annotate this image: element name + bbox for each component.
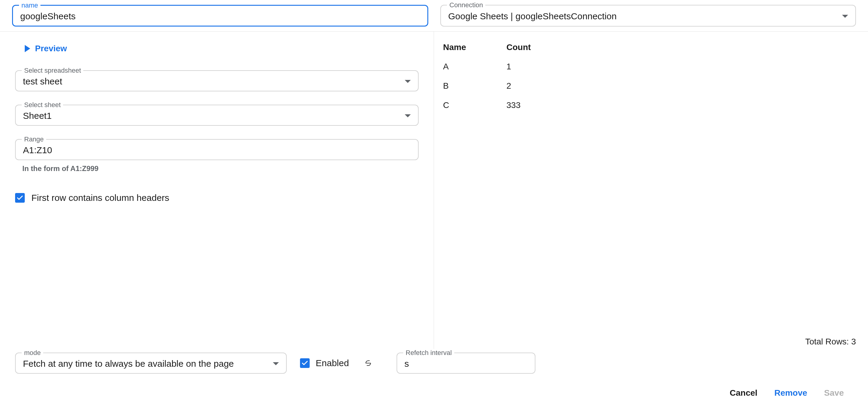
name-label: name — [19, 1, 40, 9]
preview-table: Name Count A 1 B 2 C 333 — [443, 38, 856, 115]
total-rows: Total Rows: 3 — [443, 337, 856, 350]
sheet-label: Select sheet — [22, 101, 63, 109]
play-icon — [25, 45, 30, 52]
check-icon — [16, 194, 24, 201]
spreadsheet-field[interactable]: Select spreadsheet test sheet — [15, 70, 418, 91]
range-input[interactable] — [23, 145, 411, 155]
config-pane: Preview Select spreadsheet test sheet Se… — [0, 32, 434, 350]
name-input[interactable] — [20, 11, 420, 22]
preview-pane: Name Count A 1 B 2 C 333 Total Rows: 3 — [434, 32, 868, 350]
chevron-down-icon — [405, 80, 411, 83]
check-icon — [301, 359, 308, 367]
refetch-interval-label: Refetch interval — [403, 349, 454, 357]
preview-label: Preview — [35, 44, 67, 53]
preview-button[interactable]: Preview — [15, 44, 418, 53]
refetch-interval-field[interactable]: Refetch interval — [397, 353, 535, 374]
cell-count: 1 — [506, 62, 856, 71]
link-icon[interactable] — [362, 359, 374, 368]
cell-name: C — [443, 100, 506, 110]
save-button: Save — [824, 388, 844, 398]
table-header-row: Name Count — [443, 38, 856, 57]
range-helper: In the form of A1:Z999 — [22, 164, 418, 173]
connection-label: Connection — [447, 1, 485, 9]
sheet-field[interactable]: Select sheet Sheet1 — [15, 105, 418, 126]
name-field[interactable]: name — [12, 5, 428, 27]
spreadsheet-label: Select spreadsheet — [22, 67, 83, 74]
sheet-value: Sheet1 — [23, 111, 401, 121]
chevron-down-icon — [273, 362, 279, 365]
range-field[interactable]: Range — [15, 139, 418, 160]
enabled-label: Enabled — [316, 358, 349, 368]
connection-value: Google Sheets | googleSheetsConnection — [448, 11, 838, 22]
cell-count: 333 — [506, 100, 856, 110]
connection-field[interactable]: Connection Google Sheets | googleSheetsC… — [440, 5, 856, 27]
cell-name: A — [443, 62, 506, 71]
cell-count: 2 — [506, 81, 856, 91]
remove-button[interactable]: Remove — [774, 388, 807, 398]
enabled-checkbox[interactable] — [300, 358, 310, 368]
chevron-down-icon — [405, 114, 411, 117]
mode-label: mode — [22, 349, 43, 357]
first-row-headers-checkbox[interactable] — [15, 193, 25, 203]
cancel-button[interactable]: Cancel — [730, 388, 757, 398]
table-row: A 1 — [443, 57, 856, 76]
chevron-down-icon — [842, 15, 848, 18]
table-row: B 2 — [443, 76, 856, 96]
col-header-count: Count — [506, 42, 856, 52]
first-row-headers-label: First row contains column headers — [31, 193, 169, 203]
refetch-interval-input[interactable] — [404, 359, 528, 369]
range-label: Range — [22, 135, 46, 143]
mode-value: Fetch at any time to always be available… — [23, 359, 269, 369]
col-header-name: Name — [443, 42, 506, 52]
table-row: C 333 — [443, 96, 856, 115]
mode-field[interactable]: mode Fetch at any time to always be avai… — [15, 353, 287, 374]
cell-name: B — [443, 81, 506, 91]
spreadsheet-value: test sheet — [23, 76, 401, 87]
